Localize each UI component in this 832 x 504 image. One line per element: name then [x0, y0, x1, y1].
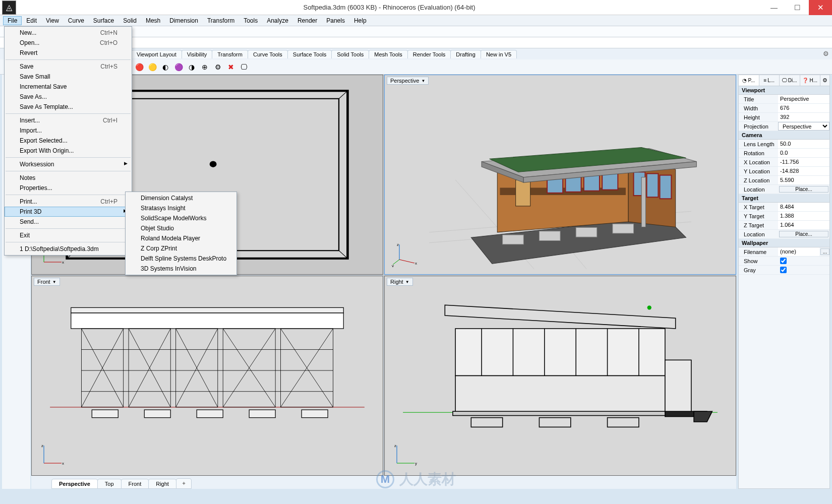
tooltab-surface-tools[interactable]: Surface Tools — [287, 50, 332, 58]
viewport-label-front[interactable]: Front▼ — [34, 278, 60, 286]
monitor-icon[interactable]: 🖵 — [238, 61, 250, 73]
tooltab-viewport-layout[interactable]: Viewport Layout — [131, 50, 182, 58]
submenuitem-3d-systems-invision[interactable]: 3D Systems InVision — [126, 264, 236, 274]
menu-edit[interactable]: Edit — [22, 16, 41, 25]
minimize-button[interactable]: — — [762, 0, 786, 15]
viewport-front[interactable]: Front▼ xz — [31, 276, 383, 476]
tooltab-new-in-v5[interactable]: New in V5 — [481, 50, 517, 58]
button-place[interactable]: Place... — [779, 186, 828, 193]
panel-tab-1[interactable]: ≡L... — [759, 75, 780, 86]
menuitem-save-small[interactable]: Save Small — [5, 72, 132, 82]
menu-surface[interactable]: Surface — [89, 16, 118, 25]
submenuitem-stratasys-insight[interactable]: Stratasys Insight — [126, 203, 236, 213]
menu-file[interactable]: File — [3, 16, 22, 25]
menu-dimension[interactable]: Dimension — [165, 16, 203, 25]
submenuitem-objet-studio[interactable]: Objet Studio — [126, 223, 236, 233]
menu-mesh[interactable]: Mesh — [141, 16, 165, 25]
tooltab-solid-tools[interactable]: Solid Tools — [331, 50, 369, 58]
value-x-location[interactable]: -11.756 — [778, 158, 829, 166]
menu-transform[interactable]: Transform — [203, 16, 239, 25]
button-place[interactable]: Place... — [779, 231, 828, 237]
menu-solid[interactable]: Solid — [118, 16, 141, 25]
value-height[interactable]: 392 — [778, 113, 829, 121]
value-lens-length[interactable]: 50.0 — [778, 140, 829, 148]
viewport-label-right[interactable]: Right▼ — [387, 278, 413, 286]
viewport-tab-top[interactable]: Top — [97, 479, 122, 489]
sphere-split-icon[interactable]: ◑ — [186, 61, 198, 73]
menuitem-incremental-save[interactable]: Incremental Save — [5, 82, 132, 92]
browse-button[interactable]: ... — [820, 248, 829, 255]
panel-gear-icon[interactable]: ⚙ — [820, 75, 829, 86]
submenuitem-roland-modela-player[interactable]: Roland Modela Player — [126, 233, 236, 243]
menuitem-import-[interactable]: Import... — [5, 125, 132, 136]
menuitem-worksession[interactable]: Worksession▶ — [5, 159, 132, 169]
tooltab-drafting[interactable]: Drafting — [450, 50, 481, 58]
panel-tab-2[interactable]: 🖵Di... — [780, 75, 800, 86]
maximize-button[interactable]: ☐ — [786, 0, 809, 15]
viewport-tab-front[interactable]: Front — [121, 479, 149, 489]
menuitem-save[interactable]: SaveCtrl+S — [5, 61, 132, 72]
menuitem-send-[interactable]: Send... — [5, 217, 132, 227]
menu-bar: FileEditViewCurveSurfaceSolidMeshDimensi… — [0, 15, 832, 26]
sphere-grid-icon[interactable]: ⊕ — [199, 61, 211, 73]
menu-panels[interactable]: Panels — [322, 16, 349, 25]
menuitem-print-[interactable]: Print...Ctrl+P — [5, 197, 132, 207]
menuitem-export-with-origin-[interactable]: Export With Origin... — [5, 146, 132, 156]
sphere-red-icon[interactable]: 🔴 — [133, 61, 145, 73]
menuitem-open-[interactable]: Open...Ctrl+O — [5, 38, 132, 48]
value-title[interactable]: Perspective — [778, 95, 829, 103]
menu-analyze[interactable]: Analyze — [262, 16, 293, 25]
menuitem-insert-[interactable]: Insert...Ctrl+I — [5, 115, 132, 125]
value-width[interactable]: 676 — [778, 104, 829, 112]
value-filename[interactable]: (none) — [778, 247, 819, 256]
close-button[interactable]: ✕ — [809, 0, 832, 15]
gear-icon[interactable]: ⚙ — [823, 50, 829, 57]
menuitem-exit[interactable]: Exit — [5, 230, 132, 240]
value-x-target[interactable]: 8.484 — [778, 203, 829, 211]
menu-help[interactable]: Help — [349, 16, 371, 25]
tooltab-render-tools[interactable]: Render Tools — [407, 50, 451, 58]
checkbox-gray[interactable] — [780, 267, 787, 273]
tooltab-curve-tools[interactable]: Curve Tools — [248, 50, 288, 58]
viewport-perspective[interactable]: Perspective▼ — [384, 75, 736, 275]
menu-curve[interactable]: Curve — [64, 16, 89, 25]
tooltab-transform[interactable]: Transform — [212, 50, 248, 58]
menuitem-properties-[interactable]: Properties... — [5, 183, 132, 193]
submenuitem-delft-spline-systems-deskproto[interactable]: Delft Spline Systems DeskProto — [126, 254, 236, 264]
submenuitem-z-corp-zprint[interactable]: Z Corp ZPrint — [126, 243, 236, 254]
value-y-target[interactable]: 1.388 — [778, 212, 829, 220]
menuitem-notes[interactable]: Notes — [5, 173, 132, 183]
sphere-yellow-icon[interactable]: 🟡 — [146, 61, 158, 73]
sphere-purple-icon[interactable]: 🟣 — [172, 61, 185, 73]
sphere-half-icon[interactable]: ◐ — [159, 61, 171, 73]
tooltab-visibility[interactable]: Visibility — [182, 50, 213, 58]
menu-render[interactable]: Render — [293, 16, 322, 25]
value-z-location[interactable]: 5.590 — [778, 176, 829, 184]
viewport-tab-right[interactable]: Right — [148, 479, 176, 489]
menuitem-print-3d[interactable]: Print 3D▶ — [5, 207, 132, 217]
panel-tab-3[interactable]: ❓H... — [800, 75, 821, 86]
submenuitem-dimension-catalyst[interactable]: Dimension Catalyst — [126, 193, 236, 203]
cancel-icon[interactable]: ✖ — [225, 61, 237, 73]
value-y-location[interactable]: -14.828 — [778, 167, 829, 175]
select-projection[interactable]: Perspective — [778, 122, 829, 131]
menuitem-save-as-[interactable]: Save As... — [5, 92, 132, 102]
viewport-label-perspective[interactable]: Perspective▼ — [387, 77, 429, 85]
tooltab-mesh-tools[interactable]: Mesh Tools — [369, 50, 407, 58]
checkbox-show[interactable] — [780, 258, 787, 264]
menu-view[interactable]: View — [41, 16, 64, 25]
menuitem-save-as-template-[interactable]: Save As Template... — [5, 102, 132, 112]
value-z-target[interactable]: 1.064 — [778, 221, 829, 229]
menuitem-revert[interactable]: Revert — [5, 48, 132, 58]
panel-tab-0[interactable]: ◔P... — [739, 75, 759, 86]
add-viewport-tab[interactable]: ✦ — [176, 478, 192, 489]
menuitem-1-d-softpedia-softpedia-3dm[interactable]: 1 D:\Softpedia\Softpedia.3dm — [5, 244, 132, 254]
menu-tools[interactable]: Tools — [239, 16, 262, 25]
menuitem-export-selected-[interactable]: Export Selected... — [5, 136, 132, 146]
menuitem-new-[interactable]: New...Ctrl+N — [5, 28, 132, 38]
viewport-tab-perspective[interactable]: Perspective — [51, 479, 98, 489]
tool-a-icon[interactable]: ⚙ — [212, 61, 224, 73]
viewport-right[interactable]: Right▼ — [384, 276, 736, 476]
value-rotation[interactable]: 0.0 — [778, 149, 829, 157]
submenuitem-solidscape-modelworks[interactable]: SolidScape ModelWorks — [126, 213, 236, 223]
